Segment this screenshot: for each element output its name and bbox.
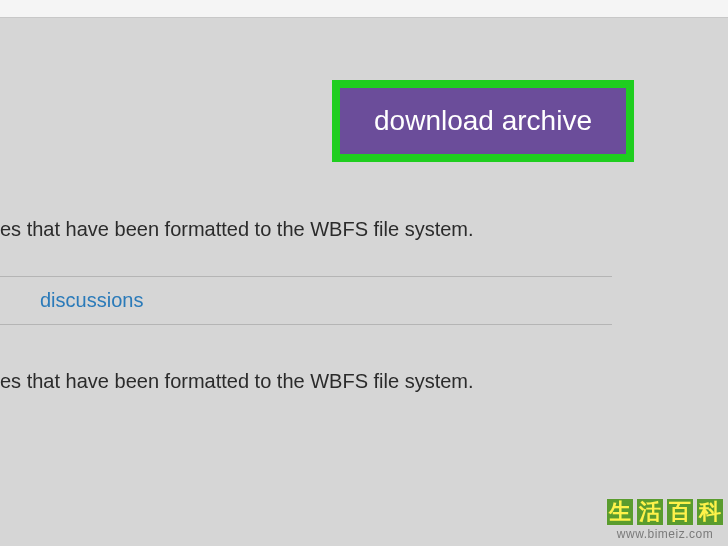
watermark-char: 百: [666, 498, 694, 526]
tab-discussions[interactable]: discussions: [40, 289, 143, 312]
watermark-logo: 生 活 百 科: [606, 498, 724, 526]
description-text-1: es that have been formatted to the WBFS …: [0, 218, 474, 241]
tab-row: discussions: [0, 277, 612, 324]
watermark-char: 生: [606, 498, 634, 526]
content-area: download archive es that have been forma…: [0, 18, 728, 98]
watermark-url: www.bimeiz.com: [606, 528, 724, 540]
watermark-char: 科: [696, 498, 724, 526]
watermark-char: 活: [636, 498, 664, 526]
window-top-bar: [0, 0, 728, 18]
description-text-2: es that have been formatted to the WBFS …: [0, 370, 474, 393]
tab-section: discussions: [0, 276, 612, 325]
download-archive-button[interactable]: download archive: [340, 88, 626, 154]
download-highlight-box: download archive: [332, 80, 634, 162]
watermark: 生 活 百 科 www.bimeiz.com: [606, 498, 724, 540]
divider: [0, 324, 612, 325]
